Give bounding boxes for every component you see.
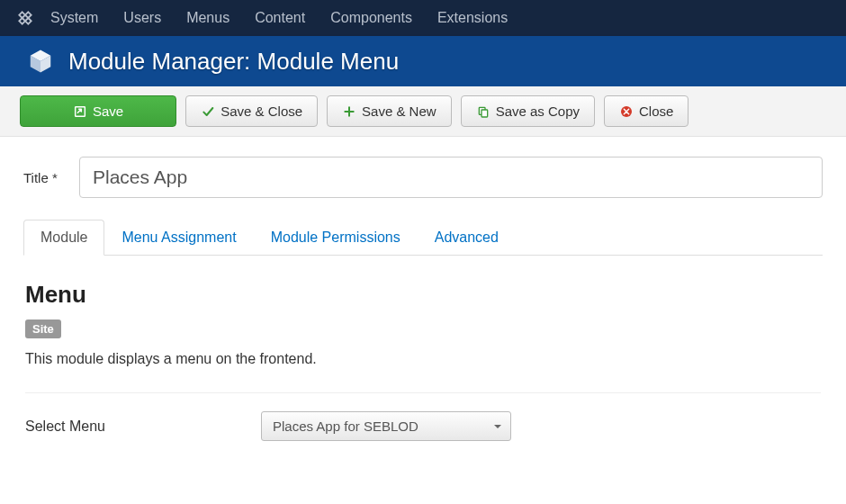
svg-rect-2 (482, 110, 488, 117)
tab-module[interactable]: Module (23, 220, 104, 256)
save-close-label: Save & Close (220, 104, 302, 119)
save-copy-label: Save as Copy (496, 104, 580, 119)
divider (25, 392, 821, 393)
title-field-row: Title * (23, 157, 823, 198)
topbar-item-extensions[interactable]: Extensions (437, 10, 508, 26)
tab-module-permissions[interactable]: Module Permissions (254, 220, 418, 256)
page-header: Module Manager: Module Menu (0, 36, 846, 86)
check-icon (201, 104, 215, 119)
client-badge: Site (25, 320, 61, 338)
topbar-item-components[interactable]: Components (330, 10, 412, 26)
module-cube-icon (27, 48, 54, 75)
apply-icon (73, 104, 87, 119)
save-new-button[interactable]: Save & New (327, 95, 452, 127)
save-label: Save (93, 104, 123, 119)
svg-rect-0 (76, 106, 86, 116)
tab-menu-assignment[interactable]: Menu Assignment (104, 220, 253, 256)
save-new-label: Save & New (362, 104, 436, 119)
close-label: Close (639, 104, 673, 119)
tab-advanced[interactable]: Advanced (418, 220, 516, 256)
action-toolbar: Save Save & Close Save & New Save as Cop… (0, 86, 846, 137)
panel-heading: Menu (25, 281, 821, 309)
admin-topbar: System Users Menus Content Components Ex… (0, 0, 846, 36)
select-wrap: Places App for SEBLOD (261, 411, 511, 441)
topbar-menu: System Users Menus Content Components Ex… (50, 10, 508, 26)
select-menu-label: Select Menu (25, 418, 261, 435)
save-copy-button[interactable]: Save as Copy (461, 95, 595, 127)
title-label: Title * (23, 170, 79, 185)
copy-icon (476, 104, 490, 119)
save-close-button[interactable]: Save & Close (185, 95, 318, 127)
title-input[interactable] (79, 157, 823, 198)
select-menu-dropdown[interactable]: Places App for SEBLOD (261, 411, 511, 441)
topbar-item-content[interactable]: Content (255, 10, 305, 26)
topbar-item-users[interactable]: Users (123, 10, 161, 26)
select-menu-row: Select Menu Places App for SEBLOD (25, 411, 821, 441)
module-panel: Menu Site This module displays a menu on… (23, 256, 823, 441)
cancel-icon (619, 104, 634, 119)
content-area: Title * Module Menu Assignment Module Pe… (0, 137, 846, 461)
save-button[interactable]: Save (20, 95, 176, 127)
joomla-logo-icon (16, 9, 34, 27)
module-description: This module displays a menu on the front… (25, 351, 821, 367)
topbar-item-system[interactable]: System (50, 10, 98, 26)
close-button[interactable]: Close (604, 95, 688, 127)
topbar-item-menus[interactable]: Menus (186, 10, 230, 26)
module-tabs: Module Menu Assignment Module Permission… (23, 220, 823, 256)
page-title: Module Manager: Module Menu (68, 48, 399, 76)
plus-icon (342, 104, 356, 119)
